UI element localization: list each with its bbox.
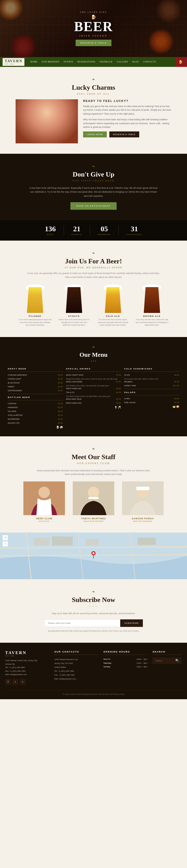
footer-address: 1440 Stewart, Union City, Jersey City Je… xyxy=(5,659,49,676)
beer-pilsner-name: PILSNER xyxy=(18,315,52,317)
footer-search-icon[interactable]: 🔍 xyxy=(173,659,181,663)
footer-contact-6: Mail: info@yourbeer.com xyxy=(54,677,98,681)
menu-item: COORS LIGHT $2.50 xyxy=(8,378,63,380)
nav-item-brewery[interactable]: OUR BREWERY xyxy=(40,57,62,67)
lucky-charms-section: ❧ Lucky Charms FEEL FREE OF ALL READY TO… xyxy=(0,67,187,154)
staff-member-2: TABITA MARTINEZ HEAD BARTENDER xyxy=(73,482,114,522)
join-beer-ornament: ❧ xyxy=(16,251,171,255)
nav-item-home[interactable]: HOME xyxy=(28,57,40,67)
menu-dots: • • • xyxy=(5,359,182,364)
staff-member-3: SANCHO PARGA MASTER BREWER xyxy=(122,482,164,522)
menu-item: CORONA DARKSEAT $3.50 xyxy=(8,374,63,376)
menu-item: KILLIANS $2.00 xyxy=(8,410,63,412)
lucky-charms-image xyxy=(16,99,78,143)
subscribe-email-input[interactable] xyxy=(44,619,120,627)
menu-item-name: IRISH HAND-GIN xyxy=(66,388,116,390)
staff-role-1: HOSTESS xyxy=(23,520,65,522)
stat-events-label: EVENTS xyxy=(72,234,82,236)
hours-time-1: 10am – 9pm xyxy=(137,657,148,661)
menu-item: TIN & CO $4.50 xyxy=(66,391,121,394)
nav-item-feedback[interactable]: FEEDBACK xyxy=(98,57,115,67)
subscribe-button[interactable]: SUBSCRIBE xyxy=(120,619,143,627)
menu-item-price: $5.50 xyxy=(174,381,179,383)
nav-item-blog[interactable]: BLOG xyxy=(130,57,141,67)
footer-contact-5: Fax: +1 (321) 456-7891 xyxy=(54,673,98,677)
nav-item-reservations[interactable]: RESERVATIONS xyxy=(75,57,98,67)
menu-item-name: KILLIANS xyxy=(8,410,58,412)
nav-item-events[interactable]: EVENTS xyxy=(61,57,75,67)
svg-rect-14 xyxy=(34,538,49,546)
menu-item-name: COORS LIGHT xyxy=(8,378,58,380)
hero-subtitle: · IRISH TAVERN · xyxy=(74,34,113,37)
beer-pale-name: PALE ALE xyxy=(96,315,130,317)
stats-bar: 136 BEER 21 EVENTS 05 MEMBERS 31 PLEASUR… xyxy=(0,220,187,241)
svg-rect-15 xyxy=(52,536,73,546)
menu-bottled-title: BOTTLED BEER xyxy=(8,396,63,400)
menu-item-price: $1.00 xyxy=(58,402,63,405)
footer-hours-row-2: Saturday: 11am – 9pm xyxy=(103,661,147,665)
reserve-table-button[interactable]: RESERVE A TABLE xyxy=(109,131,139,137)
twitter-icon[interactable]: t xyxy=(12,679,18,685)
hero-brand-line: THE LUCKY PINT xyxy=(74,11,113,13)
nav-item-gallery[interactable]: GALLERY xyxy=(115,57,130,67)
nav-item-contacts[interactable]: CONTACTS xyxy=(141,57,158,67)
menu-item-price: $3.50 xyxy=(174,398,179,400)
nav-logo-text: TAVERN xyxy=(5,59,22,63)
footer-addr-4: Fax: +1 (321) 456-7891 xyxy=(5,670,49,673)
map-section[interactable]: + - xyxy=(0,532,187,579)
footer-copyright: © Lucky Charms, 2014 All Rights Reserved… xyxy=(62,693,125,695)
svg-rect-17 xyxy=(138,538,156,545)
make-appointment-button[interactable]: MAKE AN APPOINTMENT xyxy=(71,202,116,210)
rss-icon[interactable]: r xyxy=(20,679,25,685)
stat-beer: 136 BEER xyxy=(37,225,64,236)
footer-contacts-content: 1440 Stewart Avenue & 1st Jersey City, N… xyxy=(54,657,98,681)
footer-social: f t r xyxy=(5,679,49,685)
menu-icon-row: 🍺 🍻 xyxy=(8,426,63,429)
hero-reserve-button[interactable]: RESERVE A TABLE xyxy=(76,40,111,46)
menu-item-price: $7.00 xyxy=(174,401,179,404)
menu-item-name: REUBEN xyxy=(124,381,174,383)
beer-pilsner: PILSNER It is a more widespread pilsner … xyxy=(18,284,52,327)
subscribe-note: We guarantee that we'll only contact you… xyxy=(16,629,171,632)
footer-grid: TAVERN EST. 1992 1440 Stewart, Union Cit… xyxy=(5,650,182,685)
footer-search-input[interactable] xyxy=(153,658,173,663)
main-nav: TAVERN EST. 1992 HOME OUR BREWERY EVENTS… xyxy=(0,57,187,67)
beer-pale-body xyxy=(104,287,122,313)
join-beer-desc: At our pub, we generally offer our guest… xyxy=(26,272,161,279)
menu-ornament: ❧ xyxy=(5,345,182,349)
menu-item: HEINEKEN $2.00 xyxy=(8,406,63,409)
menu-item-price: $3.00 xyxy=(58,382,63,384)
footer-contact-4: Tel: +1 (321) 456-7890 xyxy=(54,669,98,673)
menu-item-price: $2.00 xyxy=(58,385,63,388)
beer-pilsner-glass xyxy=(25,284,46,313)
hero-section: THE LUCKY PINT 🍺 BEER · IRISH TAVERN · R… xyxy=(0,0,187,57)
nav-logo-sub: EST. 1992 xyxy=(5,63,22,65)
stat-pleasures-number: 31 xyxy=(127,225,142,232)
lucky-charms-content: READY TO FEEL LUCKY? Really you get to t… xyxy=(16,99,171,143)
stat-members: 05 MEMBERS xyxy=(90,225,119,236)
join-beer-section: ❧ Join Us For A Beer! AT OUR PUB, WE GEN… xyxy=(0,241,187,337)
dont-give-up-subtitle: YOU FIRST CRAFT BEER xyxy=(16,179,171,182)
menu-item-desc: Peppermint brandy, irish cream, creme de… xyxy=(66,378,121,380)
footer-hours-row-1: Mon-Fri: 10am – 9pm xyxy=(103,657,147,661)
subscribe-ornament: ❧ xyxy=(16,590,171,594)
beer-stout-name: STOUTS xyxy=(57,315,91,317)
staff-name-1: HEIDI CLUM xyxy=(23,517,65,520)
learn-more-button[interactable]: LEARN MORE xyxy=(83,131,107,137)
menu-item-name: STELLA ARTOIS xyxy=(8,414,58,416)
footer-addr-3: Tel: +1 (321) 456-7890 xyxy=(5,666,49,670)
footer-addr-1: 1440 Stewart, Union City, Jersey City xyxy=(5,659,49,662)
stat-events-number: 21 xyxy=(72,225,82,232)
menu-item-name: CORONA DARKSEAT xyxy=(8,374,58,376)
beer-pilsner-body xyxy=(26,287,44,313)
menu-item: IRISH HAND-GIN $8.00 xyxy=(66,388,121,390)
menu-item: STELLA ARTOIS $3.00 xyxy=(8,414,63,416)
staff-title: Meet Our Staff xyxy=(16,453,171,461)
menu-sandwiches-title: COLD SANDWICHES xyxy=(124,368,179,372)
staff-name-3: SANCHO PARGA xyxy=(122,517,164,520)
footer-contact-1: 1440 Stewart Avenue & 1st xyxy=(54,657,98,661)
staff-ornament: ❧ xyxy=(16,447,171,451)
menu-draft-title: DRAFT BEER xyxy=(8,368,63,372)
facebook-icon[interactable]: f xyxy=(5,679,11,685)
menu-icon-row: 🍹 🥂 xyxy=(66,406,121,409)
